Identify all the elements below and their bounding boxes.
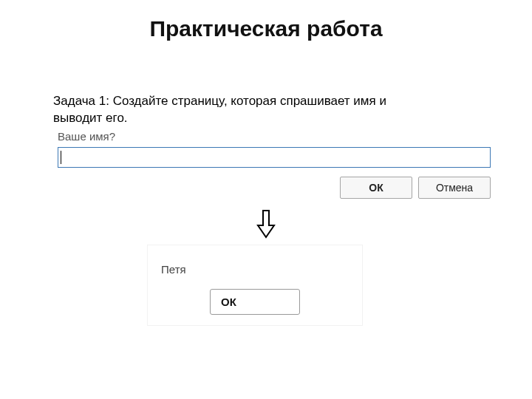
prompt-label: Ваше имя? — [53, 127, 495, 147]
text-caret — [61, 151, 61, 164]
prompt-cancel-button[interactable]: Отмена — [418, 177, 491, 199]
alert-ok-button[interactable]: ОК — [210, 289, 300, 315]
page-title: Практическая работа — [0, 16, 532, 41]
prompt-ok-button[interactable]: ОК — [340, 177, 412, 199]
alert-dialog: Петя ОК — [148, 245, 362, 325]
prompt-dialog: Ваше имя? ОК Отмена — [53, 127, 495, 203]
task-description: Задача 1: Создайте страницу, которая спр… — [53, 93, 437, 127]
slide: Практическая работа Задача 1: Создайте с… — [0, 0, 532, 399]
prompt-input[interactable] — [58, 147, 491, 168]
alert-message: Петя — [148, 245, 362, 289]
down-arrow-icon — [256, 209, 276, 239]
alert-button-row: ОК — [148, 289, 362, 325]
prompt-button-row: ОК Отмена — [53, 168, 495, 203]
